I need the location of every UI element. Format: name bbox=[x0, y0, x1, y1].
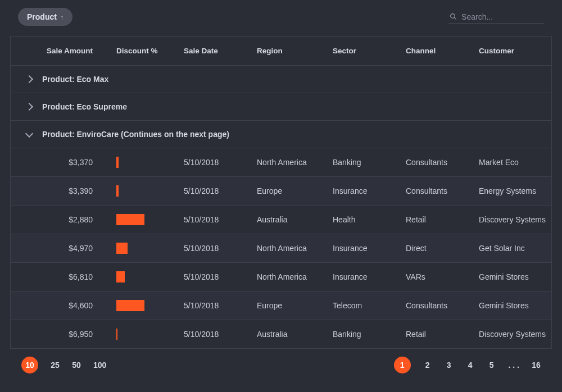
cell-discount bbox=[116, 300, 184, 311]
group-chip-product[interactable]: Product ↑ bbox=[18, 8, 72, 26]
pager-page-3[interactable]: 3 bbox=[445, 361, 454, 370]
cell-sector: Insurance bbox=[333, 244, 406, 253]
pager-page-5[interactable]: 5 bbox=[487, 361, 496, 370]
cell-amount: $6,950 bbox=[35, 330, 116, 339]
page-size-100[interactable]: 100 bbox=[93, 361, 106, 370]
cell-sector: Health bbox=[333, 215, 406, 224]
discount-bar bbox=[116, 300, 144, 311]
discount-bar bbox=[116, 185, 119, 197]
col-header-discount[interactable]: Discount % bbox=[116, 47, 184, 55]
cell-region: Australia bbox=[257, 330, 333, 339]
cell-region: Australia bbox=[257, 215, 333, 224]
cell-date: 5/10/2018 bbox=[184, 158, 257, 167]
cell-discount bbox=[116, 214, 184, 225]
chevron-right-icon bbox=[25, 103, 33, 111]
group-chip-label: Product bbox=[27, 12, 57, 21]
col-header-sector[interactable]: Sector bbox=[333, 47, 406, 55]
group-label: Product: EnviroCare (Continues on the ne… bbox=[42, 130, 229, 139]
discount-bar bbox=[116, 329, 117, 340]
col-header-region[interactable]: Region bbox=[257, 47, 333, 55]
table-row[interactable]: $2,8805/10/2018AustraliaHealthRetailDisc… bbox=[11, 205, 551, 234]
cell-customer: Gemini Stores bbox=[479, 272, 551, 281]
pager-page-4[interactable]: 4 bbox=[466, 361, 475, 370]
discount-bar bbox=[116, 243, 128, 254]
pager-ellipsis: . . . bbox=[509, 361, 519, 370]
cell-amount: $3,390 bbox=[35, 186, 116, 195]
pager: 12345. . .16 bbox=[394, 357, 541, 373]
col-header-channel[interactable]: Channel bbox=[406, 47, 479, 55]
cell-customer: Get Solar Inc bbox=[479, 244, 551, 253]
cell-channel: VARs bbox=[406, 272, 479, 281]
col-header-amount[interactable]: Sale Amount bbox=[35, 47, 116, 55]
group-row[interactable]: Product: Eco Supreme bbox=[11, 93, 551, 120]
page-size-10[interactable]: 10 bbox=[21, 357, 38, 373]
svg-point-0 bbox=[451, 14, 455, 19]
group-row[interactable]: Product: EnviroCare (Continues on the ne… bbox=[11, 120, 551, 148]
discount-bar bbox=[116, 214, 144, 225]
discount-bar bbox=[116, 157, 119, 168]
cell-channel: Direct bbox=[406, 244, 479, 253]
chevron-right-icon bbox=[25, 75, 33, 83]
table-row[interactable]: $3,3705/10/2018North AmericaBankingConsu… bbox=[11, 148, 551, 176]
cell-sector: Banking bbox=[333, 158, 406, 167]
cell-sector: Banking bbox=[333, 330, 406, 339]
cell-date: 5/10/2018 bbox=[184, 244, 257, 253]
cell-customer: Discovery Systems bbox=[479, 330, 551, 339]
group-row[interactable]: Product: Eco Max bbox=[11, 65, 551, 93]
cell-amount: $2,880 bbox=[35, 215, 116, 224]
cell-region: Europe bbox=[257, 186, 333, 195]
table-row[interactable]: $6,9505/10/2018AustraliaBankingRetailDis… bbox=[11, 320, 551, 348]
cell-region: Europe bbox=[257, 301, 333, 310]
cell-date: 5/10/2018 bbox=[184, 330, 257, 339]
cell-date: 5/10/2018 bbox=[184, 215, 257, 224]
cell-channel: Consultants bbox=[406, 158, 479, 167]
table-row[interactable]: $4,9705/10/2018North AmericaInsuranceDir… bbox=[11, 234, 551, 262]
group-label: Product: Eco Supreme bbox=[42, 102, 127, 111]
page-size-selector: 102550100 bbox=[21, 357, 106, 373]
cell-channel: Retail bbox=[406, 215, 479, 224]
cell-amount: $4,600 bbox=[35, 301, 116, 310]
page-size-25[interactable]: 25 bbox=[51, 361, 60, 370]
pager-page-16[interactable]: 16 bbox=[532, 361, 541, 370]
col-header-customer[interactable]: Customer bbox=[479, 47, 551, 55]
cell-customer: Market Eco bbox=[479, 158, 551, 167]
cell-discount bbox=[116, 329, 184, 340]
chevron-down-icon bbox=[25, 129, 33, 137]
search-box[interactable] bbox=[448, 10, 544, 24]
cell-channel: Consultants bbox=[406, 186, 479, 195]
cell-customer: Discovery Systems bbox=[479, 215, 551, 224]
cell-discount bbox=[116, 157, 184, 168]
pager-page-1[interactable]: 1 bbox=[394, 357, 411, 373]
cell-discount bbox=[116, 243, 184, 254]
search-input[interactable] bbox=[461, 12, 543, 21]
cell-sector: Insurance bbox=[333, 186, 406, 195]
cell-channel: Consultants bbox=[406, 301, 479, 310]
cell-region: North America bbox=[257, 158, 333, 167]
page-size-50[interactable]: 50 bbox=[72, 361, 81, 370]
cell-region: North America bbox=[257, 272, 333, 281]
cell-region: North America bbox=[257, 244, 333, 253]
cell-amount: $6,810 bbox=[35, 272, 116, 281]
discount-bar bbox=[116, 271, 125, 282]
cell-date: 5/10/2018 bbox=[184, 301, 257, 310]
table-row[interactable]: $4,6005/10/2018EuropeTelecomConsultantsG… bbox=[11, 291, 551, 320]
data-grid: Sale Amount Discount % Sale Date Region … bbox=[10, 36, 552, 349]
svg-line-1 bbox=[454, 17, 456, 19]
cell-amount: $4,970 bbox=[35, 244, 116, 253]
cell-customer: Gemini Stores bbox=[479, 301, 551, 310]
cell-sector: Insurance bbox=[333, 272, 406, 281]
search-icon bbox=[450, 12, 457, 21]
header-row: Sale Amount Discount % Sale Date Region … bbox=[11, 37, 551, 65]
col-header-date[interactable]: Sale Date bbox=[184, 47, 257, 55]
table-row[interactable]: $6,8105/10/2018North AmericaInsuranceVAR… bbox=[11, 262, 551, 291]
arrow-up-icon: ↑ bbox=[60, 13, 64, 21]
cell-customer: Energy Systems bbox=[479, 186, 551, 195]
pager-page-2[interactable]: 2 bbox=[423, 361, 432, 370]
cell-discount bbox=[116, 271, 184, 282]
cell-date: 5/10/2018 bbox=[184, 186, 257, 195]
cell-channel: Retail bbox=[406, 330, 479, 339]
cell-sector: Telecom bbox=[333, 301, 406, 310]
cell-amount: $3,370 bbox=[35, 158, 116, 167]
cell-date: 5/10/2018 bbox=[184, 272, 257, 281]
table-row[interactable]: $3,3905/10/2018EuropeInsuranceConsultant… bbox=[11, 176, 551, 205]
